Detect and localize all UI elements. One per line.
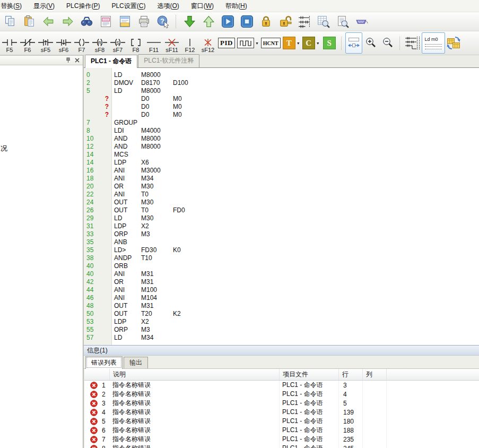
- left-dock-body[interactable]: 况: [0, 65, 83, 448]
- contact-open-button[interactable]: F5: [1, 32, 19, 54]
- code-line[interactable]: 22ANIT0: [84, 191, 479, 199]
- error-row[interactable]: 2指令名称错误PLC1 - 命令语4: [84, 390, 479, 399]
- editor-tab-0[interactable]: PLC1 - 命令语: [85, 55, 137, 68]
- error-row[interactable]: 1指令名称错误PLC1 - 命令语3: [84, 381, 479, 390]
- error-row[interactable]: 3指令名称错误PLC1 - 命令语5: [84, 399, 479, 408]
- timer-button[interactable]: T▼: [282, 32, 301, 54]
- run-button[interactable]: [218, 14, 237, 30]
- code-line[interactable]: ?D0M0: [84, 111, 479, 119]
- code-line[interactable]: 38ANDPT10: [84, 254, 479, 262]
- code-line[interactable]: 55ORPM3: [84, 326, 479, 334]
- code-line[interactable]: 10ANDM8000: [84, 135, 479, 143]
- contact-closed-button[interactable]: F6: [19, 32, 37, 54]
- convert-button[interactable]: [445, 32, 462, 54]
- info-tab-0[interactable]: 错误列表: [85, 356, 123, 369]
- header-project-file[interactable]: 项目文件: [280, 369, 339, 380]
- code-line[interactable]: 35ANB: [84, 238, 479, 246]
- copy-button[interactable]: [1, 14, 20, 30]
- vline-button[interactable]: F12: [181, 32, 199, 54]
- dropdown-arrow-icon[interactable]: ▼: [316, 41, 320, 45]
- code-line[interactable]: 16ANIM3000: [84, 167, 479, 175]
- state-button[interactable]: S: [321, 32, 338, 54]
- code-line[interactable]: 14LDPX6: [84, 159, 479, 167]
- instruction-list-editor[interactable]: 0LDM80002DMOVD8170D1005LDM8000?D0M0?D0M0…: [84, 68, 479, 345]
- code-line[interactable]: 26OUTT0FD0: [84, 206, 479, 214]
- code-line[interactable]: 53LDPX2: [84, 318, 479, 326]
- coil-reset-button[interactable]: RsF8: [91, 32, 109, 54]
- header-description[interactable]: 说明: [110, 369, 280, 380]
- stop-button[interactable]: [237, 14, 256, 30]
- ladder-view-button[interactable]: [404, 32, 422, 54]
- pin-icon[interactable]: [65, 57, 72, 64]
- back-button[interactable]: [39, 14, 58, 30]
- code-line[interactable]: 18ANIM34: [84, 175, 479, 183]
- output-window-button[interactable]: [115, 14, 134, 30]
- code-line[interactable]: 40ANIM31: [84, 270, 479, 278]
- menu-item-view[interactable]: 显示(V): [28, 0, 60, 12]
- code-line[interactable]: 33ORPM3: [84, 230, 479, 238]
- editor-tab-1[interactable]: PLC1-软元件注释: [138, 54, 199, 67]
- contact-falling-button[interactable]: sF6: [55, 32, 73, 54]
- hline-button[interactable]: F11: [145, 32, 163, 54]
- code-line[interactable]: 24OUTM30: [84, 199, 479, 206]
- pulse-button[interactable]: ▼: [236, 32, 260, 54]
- info-tab-1[interactable]: 输出: [124, 357, 148, 368]
- find-replace-button[interactable]: [96, 14, 115, 30]
- menu-item-window[interactable]: 窗口(W): [185, 0, 220, 12]
- close-icon[interactable]: [74, 57, 81, 64]
- batch-monitor-button[interactable]: [313, 14, 333, 30]
- code-line[interactable]: 50OUTT20K2: [84, 310, 479, 318]
- hline-delete-button[interactable]: sF11: [163, 32, 181, 54]
- serial-port-button[interactable]: [352, 14, 371, 30]
- unlock-button[interactable]: [275, 14, 294, 30]
- coil-set-button[interactable]: SsF7: [109, 32, 127, 54]
- code-line[interactable]: 7GROUP: [84, 119, 479, 127]
- header-line[interactable]: 行: [339, 369, 363, 380]
- code-line[interactable]: ?D0M0: [84, 103, 479, 111]
- zoom-out-button[interactable]: [379, 32, 396, 54]
- header-column[interactable]: 列: [363, 369, 387, 380]
- code-line[interactable]: 44ANIM100: [84, 286, 479, 294]
- plc-upload-button[interactable]: [199, 14, 218, 30]
- code-line[interactable]: 8LDIM4000: [84, 127, 479, 135]
- hcnt-button[interactable]: HCNT: [260, 32, 282, 54]
- error-row[interactable]: 8指令名称错误PLC1 - 命令语245: [84, 444, 479, 448]
- code-line[interactable]: 0LDM8000: [84, 71, 479, 79]
- pid-button[interactable]: PID: [217, 32, 236, 54]
- contact-rising-button[interactable]: sF5: [37, 32, 55, 54]
- code-line[interactable]: 12ANDM8000: [84, 143, 479, 151]
- code-line[interactable]: 35LD>FD30K0: [84, 246, 479, 254]
- il-view-button[interactable]: Ld m0: [422, 32, 445, 54]
- doc-search-button[interactable]: [333, 14, 352, 30]
- error-row[interactable]: 5指令名称错误PLC1 - 命令语180: [84, 417, 479, 426]
- menu-item-replace[interactable]: 替换(S): [0, 0, 28, 12]
- code-line[interactable]: 31LDPX2: [84, 222, 479, 230]
- code-line[interactable]: 42ORM31: [84, 278, 479, 286]
- fit-width-button[interactable]: [345, 32, 362, 54]
- forward-button[interactable]: [58, 14, 77, 30]
- lock-button[interactable]: [256, 14, 275, 30]
- menu-item-plc-operation[interactable]: PLC操作(P): [60, 0, 106, 12]
- code-line[interactable]: 46ANIM104: [84, 294, 479, 302]
- paste-button[interactable]: [20, 14, 39, 30]
- print-button[interactable]: [134, 14, 153, 30]
- code-line[interactable]: 5LDM8000: [84, 87, 479, 95]
- instruction-button[interactable]: F8: [127, 32, 145, 54]
- dropdown-arrow-icon[interactable]: ▼: [297, 41, 300, 45]
- ladder-monitor-button[interactable]: [294, 14, 313, 30]
- code-line[interactable]: 40ORB: [84, 262, 479, 270]
- code-line[interactable]: 48OUTM31: [84, 302, 479, 310]
- code-line[interactable]: 20ORM30: [84, 183, 479, 191]
- error-row[interactable]: 7指令名称错误PLC1 - 命令语235: [84, 435, 479, 444]
- error-row[interactable]: 6指令名称错误PLC1 - 命令语188: [84, 426, 479, 435]
- plc-download-button[interactable]: [180, 14, 199, 30]
- counter-button[interactable]: C▼: [301, 32, 321, 54]
- code-line[interactable]: 29LDM30: [84, 214, 479, 222]
- dropdown-arrow-icon[interactable]: ▼: [255, 41, 259, 45]
- coil-button[interactable]: F7: [73, 32, 91, 54]
- code-line[interactable]: ?D0M0: [84, 95, 479, 103]
- zoom-in-button[interactable]: [362, 32, 379, 54]
- menu-item-options[interactable]: 选项(O): [151, 0, 185, 12]
- menu-item-plc-settings[interactable]: PLC设置(C): [106, 0, 151, 12]
- code-line[interactable]: 14MCS: [84, 151, 479, 159]
